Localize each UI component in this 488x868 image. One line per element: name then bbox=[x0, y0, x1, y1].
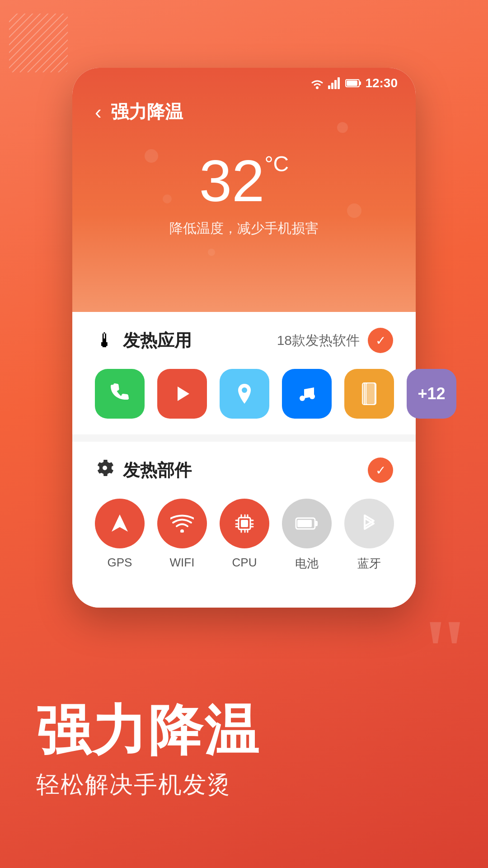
bubble-3 bbox=[337, 122, 348, 133]
components-row: GPS WIFI bbox=[95, 499, 393, 571]
component-wifi[interactable]: WIFI bbox=[157, 499, 207, 570]
svg-rect-34 bbox=[297, 520, 312, 527]
temperature-subtitle: 降低温度，减少手机损害 bbox=[72, 219, 416, 238]
status-bar: 12:30 bbox=[72, 68, 416, 90]
components-section-header: 发热部件 ✓ bbox=[95, 458, 393, 483]
more-count-label: +12 bbox=[418, 384, 445, 403]
cpu-circle bbox=[220, 499, 269, 548]
gps-circle bbox=[95, 499, 145, 548]
wifi-label: WIFI bbox=[170, 556, 195, 570]
apps-row: +12 bbox=[95, 369, 393, 419]
nav-bar: ‹ 强力降温 bbox=[72, 90, 416, 133]
apps-title-group: 🌡 发热应用 bbox=[95, 329, 192, 352]
svg-rect-8 bbox=[347, 80, 357, 86]
bubble-5 bbox=[208, 249, 215, 256]
cards-area: 🌡 发热应用 18款发热软件 ✓ bbox=[72, 312, 416, 608]
check-icon-2: ✓ bbox=[375, 463, 386, 478]
battery-icon bbox=[345, 78, 361, 88]
svg-point-2 bbox=[316, 86, 319, 89]
check-icon: ✓ bbox=[375, 333, 386, 348]
gear-icon bbox=[95, 458, 115, 482]
apps-section-header: 🌡 发热应用 18款发热软件 ✓ bbox=[95, 328, 393, 353]
page-title: 强力降温 bbox=[111, 99, 183, 124]
svg-point-12 bbox=[300, 396, 305, 401]
components-title-group: 发热部件 bbox=[95, 458, 192, 482]
svg-rect-20 bbox=[241, 520, 248, 527]
heat-components-section: 发热部件 ✓ GPS bbox=[72, 442, 416, 590]
app-icon-music[interactable] bbox=[282, 369, 332, 419]
components-title: 发热部件 bbox=[123, 459, 192, 482]
component-battery[interactable]: 电池 bbox=[282, 499, 332, 571]
component-cpu[interactable]: CPU bbox=[220, 499, 269, 570]
svg-point-11 bbox=[242, 387, 247, 393]
battery-label: 电池 bbox=[295, 556, 319, 571]
svg-rect-3 bbox=[328, 85, 330, 89]
bottom-area: 强力降温 轻松解决手机发烫 bbox=[0, 633, 488, 868]
status-icons: 12:30 bbox=[310, 76, 398, 90]
cpu-label: CPU bbox=[232, 556, 257, 570]
svg-rect-6 bbox=[338, 77, 340, 89]
components-check-badge[interactable]: ✓ bbox=[368, 458, 393, 483]
phone-header: 12:30 ‹ 强力降温 32°C 降低温度，减少手机损害 bbox=[72, 68, 416, 312]
thermometer-icon: 🌡 bbox=[95, 329, 115, 352]
app-icon-video[interactable] bbox=[157, 369, 207, 419]
signal-icon bbox=[328, 77, 342, 89]
section-divider bbox=[72, 434, 416, 442]
svg-rect-35 bbox=[315, 521, 318, 526]
hatch-decoration bbox=[9, 14, 68, 72]
temperature-value: 32 bbox=[199, 151, 265, 210]
phone-mockup: 12:30 ‹ 强力降温 32°C 降低温度，减少手机损害 🌡 发热应用 18款… bbox=[72, 68, 416, 608]
app-icon-phone[interactable] bbox=[95, 369, 145, 419]
battery-circle bbox=[282, 499, 332, 548]
temperature-unit: °C bbox=[264, 152, 289, 176]
main-tagline: 强力降温 bbox=[36, 700, 260, 760]
gps-label: GPS bbox=[108, 556, 132, 570]
sub-tagline: 轻松解决手机发烫 bbox=[36, 769, 231, 801]
bluetooth-label: 蓝牙 bbox=[357, 556, 381, 571]
svg-rect-1 bbox=[9, 14, 68, 72]
svg-rect-5 bbox=[334, 80, 337, 89]
svg-point-13 bbox=[310, 394, 315, 399]
apps-badge: 18款发热软件 bbox=[277, 331, 360, 350]
temperature-display: 32°C 降低温度，减少手机损害 bbox=[72, 133, 416, 247]
apps-check-badge[interactable]: ✓ bbox=[368, 328, 393, 353]
svg-point-17 bbox=[103, 466, 107, 470]
svg-rect-4 bbox=[331, 83, 333, 89]
app-icon-more[interactable]: +12 bbox=[407, 369, 456, 419]
component-bluetooth[interactable]: 蓝牙 bbox=[344, 499, 394, 571]
heat-apps-section: 🌡 发热应用 18款发热软件 ✓ bbox=[72, 312, 416, 434]
svg-marker-10 bbox=[178, 387, 189, 401]
wifi-icon bbox=[310, 77, 324, 89]
svg-rect-9 bbox=[359, 81, 361, 85]
svg-point-18 bbox=[180, 529, 184, 533]
app-icon-files[interactable] bbox=[344, 369, 394, 419]
component-gps[interactable]: GPS bbox=[95, 499, 145, 570]
status-time: 12:30 bbox=[365, 76, 398, 90]
apps-title: 发热应用 bbox=[123, 329, 192, 352]
back-button[interactable]: ‹ bbox=[95, 101, 102, 123]
bluetooth-circle bbox=[344, 499, 394, 548]
app-icon-maps[interactable] bbox=[220, 369, 269, 419]
wifi-circle bbox=[157, 499, 207, 548]
